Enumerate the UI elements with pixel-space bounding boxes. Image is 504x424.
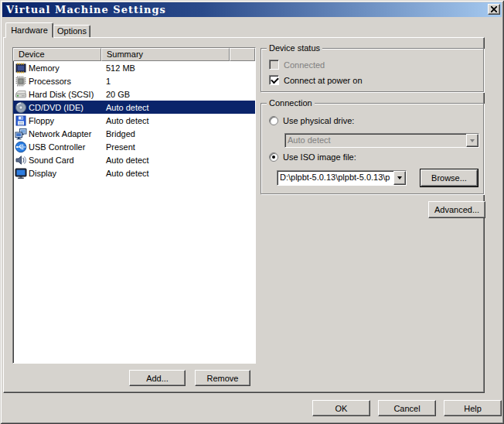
dropdown-arrow-button[interactable] [393, 171, 406, 185]
device-row-floppy[interactable]: Floppy Auto detect [13, 114, 255, 127]
checkbox-unchecked-icon [269, 60, 279, 70]
chevron-down-icon [397, 176, 402, 180]
device-row-sound-card[interactable]: Sound Card Auto detect [13, 153, 255, 166]
physical-drive-select: Auto detect [284, 133, 479, 148]
connected-checkbox[interactable]: Connected [269, 60, 325, 70]
device-row-processors[interactable]: Processors 1 [13, 74, 255, 87]
device-list: Device Summary Memory 512 MB [12, 47, 256, 364]
use-physical-drive-radio[interactable]: Use physical drive: [269, 116, 354, 125]
radio-selected-icon [269, 152, 278, 162]
device-row-display[interactable]: Display Auto detect [13, 166, 255, 180]
close-button[interactable] [488, 4, 500, 15]
browse-button[interactable]: Browse... [421, 169, 478, 186]
memory-icon [15, 62, 27, 74]
ok-button[interactable]: OK [312, 400, 370, 416]
window-title: Virtual Machine Settings [6, 4, 166, 15]
device-status-legend: Device status [267, 43, 322, 53]
device-list-header: Device Summary [13, 48, 255, 61]
dropdown-arrow-button [466, 134, 478, 147]
connect-at-power-on-checkbox[interactable]: Connect at power on [269, 75, 363, 85]
hard-disk-icon [15, 88, 27, 101]
chevron-down-icon [470, 139, 475, 142]
device-status-group: Device status [261, 48, 484, 92]
device-row-network-adapter[interactable]: Network Adapter Bridged [13, 127, 255, 140]
network-adapter-icon [15, 128, 27, 140]
column-header-device[interactable]: Device [13, 48, 101, 61]
remove-device-button[interactable]: Remove [195, 370, 250, 386]
device-row-hard-disk[interactable]: Hard Disk (SCSI) 20 GB [13, 87, 255, 101]
use-iso-image-radio[interactable]: Use ISO image file: [269, 152, 356, 162]
device-row-memory[interactable]: Memory 512 MB [13, 61, 255, 74]
device-row-cd-dvd[interactable]: CD/DVD (IDE) Auto detect [13, 101, 255, 114]
virtual-machine-settings-dialog: Virtual Machine Settings Hardware Option… [0, 0, 504, 424]
title-bar[interactable]: Virtual Machine Settings [2, 2, 502, 17]
device-row-usb-controller[interactable]: USB Controller Present [13, 140, 255, 153]
checkbox-checked-icon [269, 75, 279, 85]
tab-options[interactable]: Options [53, 25, 90, 38]
advanced-button[interactable]: Advanced... [428, 201, 485, 218]
floppy-icon [15, 115, 27, 127]
close-icon [491, 6, 497, 12]
iso-path-combobox[interactable]: D:\plpbt-5.0.13\plpbt-5.0.13\p [277, 170, 407, 186]
column-header-summary[interactable]: Summary [101, 48, 230, 61]
column-header-filler [230, 48, 255, 61]
connection-legend: Connection [267, 98, 315, 108]
radio-unselected-icon [269, 116, 278, 125]
usb-icon [15, 141, 27, 153]
add-device-button[interactable]: Add... [129, 370, 186, 386]
display-icon [15, 167, 27, 180]
cd-dvd-icon [15, 101, 27, 114]
processor-icon [15, 75, 27, 87]
tab-hardware[interactable]: Hardware [5, 22, 53, 38]
sound-card-icon [15, 154, 27, 166]
cancel-button[interactable]: Cancel [378, 400, 436, 416]
iso-path-value[interactable]: D:\plpbt-5.0.13\plpbt-5.0.13\p [278, 171, 393, 185]
help-button[interactable]: Help [444, 400, 502, 416]
